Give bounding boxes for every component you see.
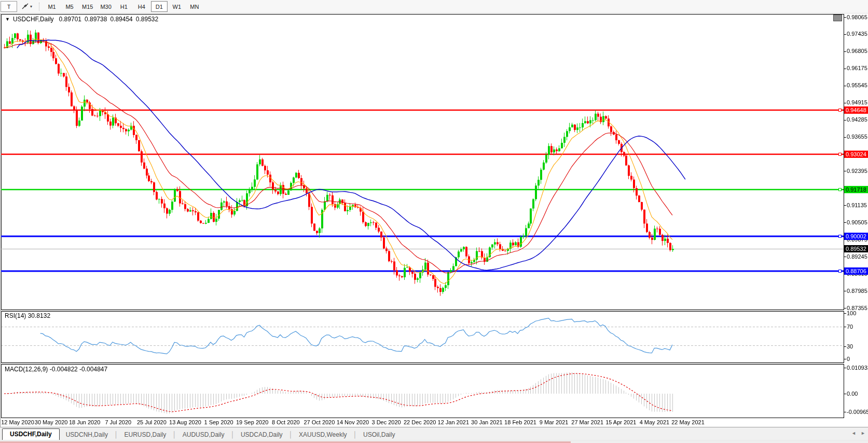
rsi-axis-tick: 100 (847, 310, 856, 317)
tab-usoil-daily[interactable]: USOil,Daily (357, 429, 401, 440)
rsi-current-value: 30.8132 (28, 312, 50, 319)
tab-audusd-daily[interactable]: AUDUSD,Daily (176, 429, 231, 440)
macd-axis-tick: 0.00 (847, 391, 858, 397)
macd-indicator-label: MACD(12,26,9) -0.004822 -0.004847 (5, 366, 107, 373)
symbol-dropdown-icon[interactable]: ▼ (5, 17, 10, 22)
tab-usdchf-daily[interactable]: USDCHF,Daily (2, 428, 60, 440)
price-axis-tick: 0.96175 (847, 65, 867, 72)
date-axis-label: 9 Mar 2021 (540, 419, 569, 425)
price-axis-tick: 0.95545 (847, 82, 867, 89)
timeframe-button-w1[interactable]: W1 (169, 1, 185, 12)
rsi-axis-tick: 70 (847, 324, 853, 330)
top-toolbar: T ▾ M1M5M15M30H1H4D1W1MN (0, 0, 868, 14)
price-axis-tick: 0.87985 (847, 288, 867, 294)
date-axis-label: 30 May 2020 (35, 419, 68, 425)
hline-price-tag[interactable]: 0.93024 (844, 151, 868, 158)
tile-windows-button[interactable]: ▾ (18, 1, 35, 12)
toolbar-separator (39, 3, 40, 11)
date-axis-label: 15 Apr 2021 (605, 419, 636, 425)
tab-usdcad-daily[interactable]: USDCAD,Daily (235, 429, 289, 440)
rsi-axis-tick: 0 (847, 356, 850, 363)
tab-eurusd-daily[interactable]: EURUSD,Daily (118, 429, 173, 440)
price-axis-tick: 0.98065 (847, 14, 867, 21)
chevron-down-icon: ▾ (30, 4, 32, 9)
current-price-tag: 0.89532 (844, 245, 868, 252)
date-axis-label: 30 Jan 2021 (471, 419, 503, 425)
ohlc-values: 0.897010.897380.894540.89532 (59, 16, 162, 23)
price-axis-tick: 0.96805 (847, 48, 867, 55)
price-axis-tick: 0.94915 (847, 99, 867, 106)
date-axis-label: 13 Aug 2020 (169, 419, 201, 425)
timeframe-button-h4[interactable]: H4 (133, 1, 150, 12)
chart-title: ▼USDCHF,Daily0.897010.897380.894540.8953… (5, 16, 161, 23)
hline-price-tag[interactable]: 0.88706 (844, 267, 868, 275)
macd-axis-tick: -0.009653 (847, 409, 868, 415)
price-axis-tick: 0.90505 (847, 219, 867, 226)
date-axis-label: 12 May 2020 (1, 419, 34, 425)
rsi-name: RSI(14) (5, 312, 26, 319)
date-axis-label: 22 Dec 2020 (404, 419, 436, 425)
chart-symbol-period: USDCHF,Daily (13, 16, 54, 23)
timeframe-button-m30[interactable]: M30 (97, 1, 114, 12)
macd-signal-value: -0.004847 (79, 366, 107, 373)
hline-price-tag[interactable]: 0.94648 (844, 106, 868, 114)
date-axis-label: 18 Feb 2021 (504, 419, 536, 425)
chart-canvas[interactable] (0, 0, 868, 443)
hline-price-tag[interactable]: 0.91718 (844, 186, 868, 193)
rsi-axis-tick: 30 (847, 343, 853, 350)
date-axis-label: 18 Jun 2020 (69, 419, 101, 425)
tab-separator: │ (114, 431, 118, 440)
trading-app-window: T ▾ M1M5M15M30H1H4D1W1MN ▼USDCHF,Daily0.… (0, 0, 868, 443)
macd-axis-tick: 0.010933 (847, 365, 868, 371)
tab-separator: │ (289, 431, 293, 440)
hline-price-tag[interactable]: 0.90002 (844, 233, 868, 240)
date-axis-label: 12 Jan 2021 (438, 419, 470, 425)
high-value: 0.89738 (85, 16, 107, 23)
price-axis-tick: 0.92395 (847, 168, 867, 174)
timeframe-button-m1[interactable]: M1 (44, 1, 60, 12)
symbol-tab-bar: USDCHF,DailyUSDCNH,Daily│EURUSD,Daily│AU… (0, 427, 868, 440)
date-axis-label: 1 Sep 2020 (204, 419, 233, 425)
date-axis-label: 22 May 2021 (671, 419, 705, 425)
tab-scroll-right-icon[interactable]: ► (861, 431, 865, 436)
tile-windows-icon (21, 3, 29, 11)
tab-scroll-left-icon[interactable]: ◄ (851, 431, 856, 436)
rsi-indicator-label: RSI(14) 30.8132 (5, 312, 50, 319)
date-axis-label: 25 Jul 2020 (137, 419, 167, 425)
date-axis-label: 19 Sep 2020 (236, 419, 268, 425)
tab-separator: │ (172, 431, 176, 440)
close-value: 0.89532 (136, 16, 158, 23)
tab-xauusd-weekly[interactable]: XAUUSD,Weekly (293, 429, 353, 440)
timeframe-button-m5[interactable]: M5 (61, 1, 78, 12)
timeframe-button-group: M1M5M15M30H1H4D1W1MN (43, 1, 203, 12)
macd-name: MACD(12,26,9) (5, 366, 48, 373)
price-axis-tick: 0.91135 (847, 202, 867, 209)
price-axis-tick: 0.89245 (847, 253, 867, 260)
timeframe-button-h1[interactable]: H1 (116, 1, 132, 12)
price-axis-tick: 0.93655 (847, 133, 867, 140)
timeframe-button-m15[interactable]: M15 (79, 1, 96, 12)
date-axis-label: 8 Oct 2020 (272, 419, 300, 425)
low-value: 0.89454 (110, 16, 132, 23)
tab-separator: │ (230, 431, 235, 440)
price-axis-tick: 0.94285 (847, 116, 867, 123)
date-axis-label: 3 Dec 2020 (371, 419, 401, 425)
date-axis-label: 7 Jul 2020 (105, 419, 131, 425)
text-tool-button[interactable]: T (1, 1, 17, 12)
tab-usdcnh-daily[interactable]: USDCNH,Daily (60, 429, 114, 440)
date-axis-label: 4 May 2021 (640, 419, 669, 425)
date-axis-label: 27 Oct 2020 (304, 419, 335, 425)
date-axis-label: 14 Nov 2020 (337, 419, 369, 425)
open-value: 0.89701 (59, 16, 81, 23)
price-axis-tick: 0.97435 (847, 31, 867, 37)
chart-shift-marker[interactable] (833, 15, 842, 21)
tab-separator: │ (353, 431, 357, 440)
timeframe-button-d1[interactable]: D1 (151, 1, 168, 12)
macd-main-value: -0.004822 (50, 366, 78, 373)
timeframe-button-mn[interactable]: MN (186, 1, 203, 12)
date-axis-label: 27 Mar 2021 (571, 419, 603, 425)
